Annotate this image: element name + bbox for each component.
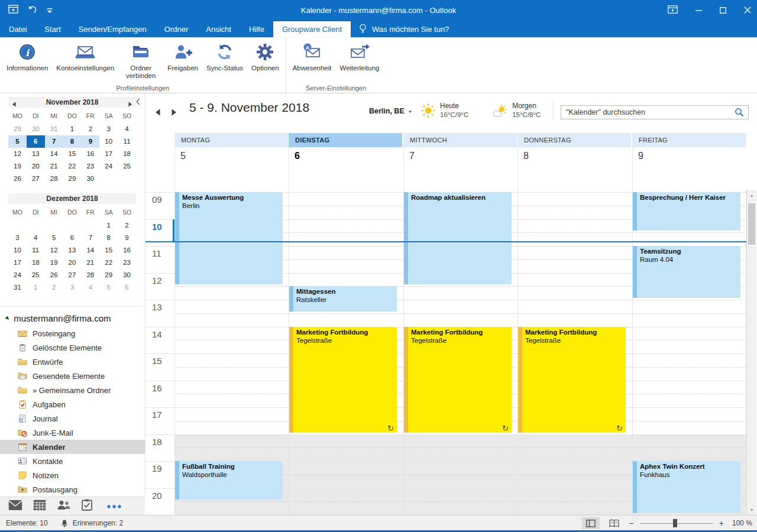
mini-calendar-day[interactable]: 31 (8, 281, 27, 294)
ribbon-button-freigaben[interactable]: Freigaben (163, 40, 202, 73)
event-teamsitzung[interactable]: TeamsitzungRaum 4.04 (633, 246, 740, 298)
tab-ordner[interactable]: Ordner (156, 21, 197, 37)
sidebar-item-kalender[interactable]: Kalender (0, 440, 145, 454)
expand-arrow-icon[interactable]: ▶ (5, 315, 11, 322)
mini-calendar-day[interactable]: 26 (8, 173, 27, 185)
mini-calendar-day[interactable]: 30 (81, 173, 99, 185)
next-week-icon[interactable] (172, 108, 177, 118)
mini-calendar-day[interactable]: 25 (27, 269, 45, 281)
mini-calendar-day[interactable]: 29 (8, 123, 27, 135)
event-fußball-training[interactable]: Fußball TrainingWaldsporthalle (175, 461, 283, 499)
mini-calendar-day[interactable]: 4 (27, 232, 45, 244)
mini-calendar-day[interactable]: 11 (27, 244, 45, 257)
close-button[interactable] (744, 5, 751, 16)
sidebar-item-gelöschte-elemente[interactable]: Gelöschte Elemente (0, 340, 145, 355)
sidebar-item-kontakte[interactable]: Kontakte (0, 454, 145, 468)
mini-calendar-day[interactable]: 29 (63, 173, 82, 185)
calendar-nav-icon[interactable] (33, 499, 46, 513)
search-box[interactable] (561, 105, 749, 119)
sidebar-item-junk-e-mail[interactable]: Junk-E-Mail (0, 426, 145, 440)
mini-calendar-day[interactable]: 15 (99, 244, 118, 257)
mini-calendar-day[interactable]: 8 (99, 232, 118, 244)
mini-calendar-day[interactable]: 3 (99, 123, 118, 135)
ribbon-button-ordner-verbinden[interactable]: Ordner verbinden (118, 40, 163, 81)
search-input[interactable] (561, 108, 735, 116)
day-header-mittwoch[interactable]: MITTWOCH (403, 133, 517, 147)
mini-calendar-day[interactable]: 14 (45, 148, 63, 160)
vertical-scrollbar[interactable]: ▲ ▼ (746, 190, 756, 515)
mini-calendar-day[interactable]: 9 (118, 232, 136, 244)
tab-hilfe[interactable]: Hilfe (240, 21, 273, 37)
account-root[interactable]: ▶ mustermann@firma.com (0, 311, 145, 325)
event-marketing-fortbildung[interactable]: Marketing FortbildungTegelstraße↻ (518, 327, 626, 433)
tab-senden-empfangen[interactable]: Senden/Empfangen (70, 21, 156, 37)
mail-nav-icon[interactable] (8, 499, 22, 513)
mini-calendar-day[interactable]: 28 (81, 269, 99, 281)
mini-calendar-day[interactable]: 7 (45, 135, 63, 148)
ribbon-button-kontoeinstellungen[interactable]: Kontoeinstellungen (52, 40, 118, 73)
tell-me-box[interactable]: Was möchten Sie tun? (351, 21, 457, 37)
mini-calendar-day[interactable]: 23 (81, 160, 99, 173)
mini-calendar-day[interactable]: 17 (8, 257, 27, 269)
mini-calendar-day[interactable]: 15 (63, 148, 82, 160)
scroll-down-icon[interactable]: ▼ (747, 505, 756, 515)
mini-calendar-day[interactable]: 19 (45, 257, 63, 269)
mini-calendar-day[interactable]: 9 (81, 135, 99, 148)
mini-calendar-day[interactable]: 2 (81, 123, 99, 135)
zoom-in-button[interactable]: + (719, 518, 724, 528)
mini-calendar-day[interactable]: 8 (63, 135, 82, 148)
mini-calendar-day[interactable]: 27 (63, 269, 82, 281)
mini-calendar-day[interactable]: 1 (63, 123, 82, 135)
ribbon-button-informationen[interactable]: iInformationen (2, 40, 52, 73)
mini-calendar-day[interactable]: 30 (118, 269, 136, 281)
mini-calendar-day[interactable]: 3 (8, 232, 27, 244)
mini-calendar-day[interactable]: 20 (63, 257, 82, 269)
mini-calendar-day[interactable]: 18 (27, 257, 45, 269)
tab-groupware-client[interactable]: Groupware Client (273, 21, 351, 37)
minimize-button[interactable] (695, 5, 702, 16)
normal-view-button[interactable] (582, 517, 600, 529)
mini-calendar-day[interactable]: 1 (99, 219, 118, 232)
sidebar-item-notizen[interactable]: Notizen (0, 468, 145, 482)
mini-calendar-day[interactable]: 10 (8, 244, 27, 257)
tab-ansicht[interactable]: Ansicht (197, 21, 240, 37)
day-header-donnerstag[interactable]: DONNERSTAG (517, 133, 631, 147)
mini-calendar-day[interactable]: 6 (63, 232, 82, 244)
mini-calendar-day[interactable]: 29 (99, 269, 118, 281)
mini-calendar-day[interactable]: 30 (27, 123, 45, 135)
sidebar-item-postausgang[interactable]: Postausgang (0, 482, 145, 497)
mini-calendar-day[interactable]: 27 (27, 173, 45, 185)
mini-calendar-day[interactable]: 6 (118, 281, 136, 294)
mini-calendar-day[interactable]: 13 (63, 244, 82, 257)
minical-prev-icon[interactable] (12, 99, 16, 110)
mini-calendar-day[interactable]: 22 (99, 257, 118, 269)
event-aphex-twin-konzert[interactable]: Aphex Twin KonzertFunkhaus (633, 461, 740, 513)
minical-next-icon[interactable] (128, 99, 132, 110)
mini-calendar-day[interactable]: 10 (99, 135, 118, 148)
mini-calendar-day[interactable]: 6 (27, 135, 45, 148)
event-marketing-fortbildung[interactable]: Marketing FortbildungTegelstraße↻ (289, 327, 397, 433)
tab-start[interactable]: Start (35, 21, 69, 37)
ribbon-button-abwesenheit[interactable]: AAbwesenheit (289, 40, 336, 73)
day-header-freitag[interactable]: FREITAG (632, 133, 746, 147)
mini-calendar-day[interactable]: 20 (27, 160, 45, 173)
event-messe-auswertung[interactable]: Messe AuswertungBerlin (175, 192, 283, 284)
mini-calendar-day[interactable]: 2 (45, 281, 63, 294)
tab-datei[interactable]: Datei (0, 21, 35, 37)
more-nav-icon[interactable] (106, 501, 122, 511)
mini-calendar-day[interactable]: 5 (8, 135, 27, 148)
zoom-out-button[interactable]: − (629, 518, 634, 528)
sidebar-item-gesendete-elemente[interactable]: Gesendete Elemente (0, 369, 145, 383)
maximize-button[interactable] (720, 5, 726, 16)
weather-location-dropdown[interactable]: Berlin, BE (369, 107, 412, 115)
mini-calendar-day[interactable]: 5 (99, 281, 118, 294)
mini-calendar-day[interactable]: 25 (118, 160, 136, 173)
mini-calendar-day[interactable]: 13 (27, 148, 45, 160)
mini-calendar-day[interactable]: 18 (118, 148, 136, 160)
mini-calendar-day[interactable]: 28 (45, 173, 63, 185)
people-nav-icon[interactable] (57, 499, 71, 513)
mini-calendar-day[interactable]: 24 (8, 269, 27, 281)
tasks-nav-icon[interactable] (82, 499, 92, 513)
event-mittagessen[interactable]: MittagessenRatskeller (289, 286, 397, 312)
sidebar-item-aufgaben[interactable]: Aufgaben (0, 397, 145, 411)
